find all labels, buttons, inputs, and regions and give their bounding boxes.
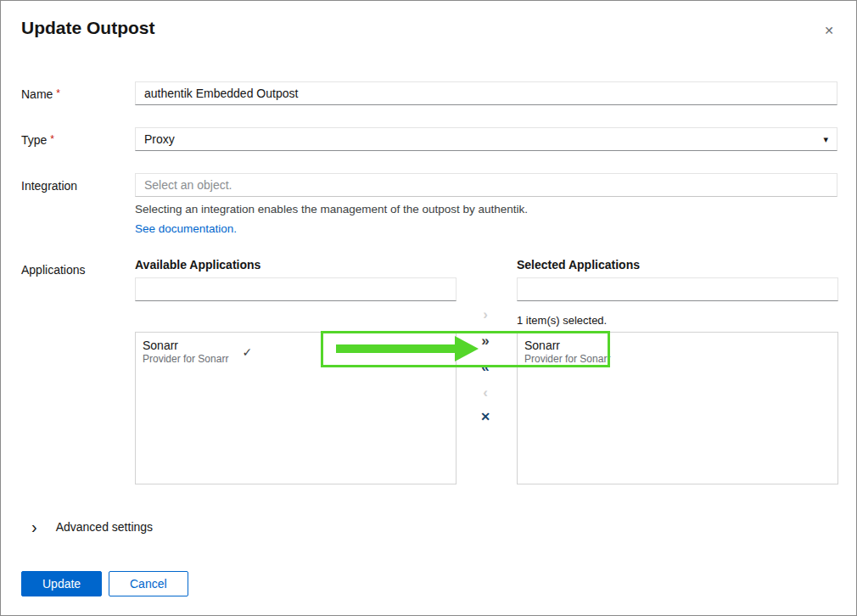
update-outpost-modal: Update Outpost ✕ Name* Type* Proxy ▾ Int… — [0, 0, 857, 616]
available-search-input[interactable] — [135, 277, 457, 301]
selected-search-input[interactable] — [517, 277, 838, 301]
name-label: Name* — [21, 87, 60, 101]
integration-help-text: Selecting an integration enables the man… — [135, 203, 528, 216]
dual-list-controls: › » « ‹ ✕ — [473, 305, 498, 426]
name-label-text: Name — [21, 87, 53, 101]
remove-selected-button[interactable]: ‹ — [483, 383, 488, 403]
selected-applications-list: Sonarr Provider for Sonarr — [517, 332, 838, 484]
selected-count-status: 1 item(s) selected. — [517, 314, 607, 327]
cancel-button[interactable]: Cancel — [109, 571, 188, 596]
advanced-settings-toggle[interactable]: › Advanced settings — [31, 518, 153, 535]
chevron-right-icon: › — [31, 518, 37, 535]
chevron-down-icon: ▾ — [823, 134, 828, 145]
list-item[interactable]: Sonarr Provider for Sonarr — [518, 333, 837, 372]
add-all-button[interactable]: » — [481, 331, 489, 351]
application-description: Provider for Sonarr — [524, 353, 610, 367]
type-select-value: Proxy — [144, 132, 175, 146]
list-item-text: Sonarr Provider for Sonarr — [143, 338, 228, 367]
see-documentation-link[interactable]: See documentation. — [135, 222, 237, 235]
name-field[interactable] — [135, 81, 837, 105]
close-icon[interactable]: ✕ — [824, 25, 834, 36]
selected-applications-title: Selected Applications — [517, 258, 640, 272]
applications-label: Applications — [21, 263, 86, 277]
list-item-text: Sonarr Provider for Sonarr — [524, 338, 610, 367]
available-applications-title: Available Applications — [135, 258, 260, 272]
check-icon: ✓ — [242, 345, 252, 359]
list-item[interactable]: Sonarr Provider for Sonarr ✓ — [136, 333, 456, 372]
page-title: Update Outpost — [21, 18, 155, 38]
application-description: Provider for Sonarr — [143, 353, 228, 367]
required-asterisk: * — [56, 87, 60, 99]
required-asterisk: * — [50, 133, 54, 145]
application-name: Sonarr — [143, 338, 228, 353]
clear-selection-button[interactable]: ✕ — [480, 409, 490, 426]
update-button[interactable]: Update — [21, 571, 102, 596]
add-selected-button[interactable]: › — [483, 305, 488, 325]
type-label-text: Type — [21, 133, 47, 147]
type-select[interactable]: Proxy ▾ — [135, 127, 837, 151]
available-applications-list: Sonarr Provider for Sonarr ✓ — [135, 332, 457, 484]
remove-all-button[interactable]: « — [481, 357, 489, 378]
integration-label: Integration — [21, 179, 77, 193]
type-label: Type* — [21, 133, 54, 147]
advanced-settings-label: Advanced settings — [56, 520, 153, 534]
integration-field[interactable] — [135, 173, 837, 197]
application-name: Sonarr — [524, 338, 610, 353]
